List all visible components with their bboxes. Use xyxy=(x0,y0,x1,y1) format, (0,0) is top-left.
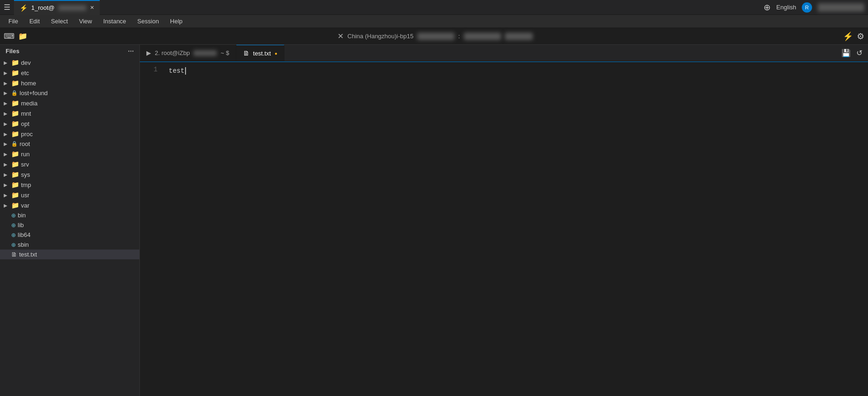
tree-item-label: opt xyxy=(21,120,29,127)
server-label: China (Hangzhou)i-bp15 xyxy=(347,33,413,40)
save-button[interactable]: 💾 xyxy=(840,48,853,58)
file-tree-item-var[interactable]: ▶📁var xyxy=(0,200,139,210)
avatar[interactable]: R xyxy=(802,2,812,13)
line-numbers: 1 xyxy=(140,62,163,396)
tree-item-label: media xyxy=(21,100,37,107)
folder-icon[interactable]: 📁 xyxy=(18,32,28,41)
file-tree-item-srv[interactable]: ▶📁srv xyxy=(0,159,139,169)
file-tree: ▶📁dev▶📁etc▶📁home▶🔒lost+found▶📁media▶📁mnt… xyxy=(0,57,139,396)
toolbar-right: ⚡ ⚙ xyxy=(843,31,864,42)
more-icon[interactable]: ⋯ xyxy=(128,48,134,55)
editor-content[interactable]: 1 test xyxy=(140,62,868,396)
folder-icon: 📁 xyxy=(11,130,19,138)
tree-item-label: mnt xyxy=(21,110,31,117)
file-tree-item-run[interactable]: ▶📁run xyxy=(0,149,139,159)
settings-icon[interactable]: ⚙ xyxy=(857,31,864,42)
tree-item-label: root xyxy=(20,140,30,147)
file-tree-item-lib[interactable]: ⊕lib xyxy=(0,220,139,230)
colon-sep: : xyxy=(458,33,460,40)
arrow-icon: ▶ xyxy=(4,90,9,96)
modified-dot: ● xyxy=(275,51,277,56)
tab-close-button[interactable]: ✕ xyxy=(90,5,94,11)
tree-item-label: tmp xyxy=(21,181,31,188)
folder-icon: 📁 xyxy=(11,171,19,178)
arrow-icon: ▶ xyxy=(4,203,9,208)
editor-toolbar-right: 💾 ↺ xyxy=(840,45,868,61)
tree-item-label: proc xyxy=(21,131,33,138)
lock-icon: 🔒 xyxy=(11,90,18,96)
file-tree-item-proc[interactable]: ▶📁proc xyxy=(0,129,139,139)
symlink-icon: ⊕ xyxy=(11,222,16,229)
file-tree-item-bin[interactable]: ⊕bin xyxy=(0,210,139,220)
file-tree-item-sys[interactable]: ▶📁sys xyxy=(0,169,139,180)
menu-item-instance[interactable]: Instance xyxy=(98,17,131,26)
folder-icon: 📁 xyxy=(11,191,19,199)
maximize-icon[interactable]: ⚡ xyxy=(843,31,853,42)
tree-item-label: lib xyxy=(18,222,24,229)
menu-item-file[interactable]: File xyxy=(4,17,23,26)
file-tree-item-test.txt[interactable]: 🗎test.txt xyxy=(0,250,139,259)
refresh-button[interactable]: ↺ xyxy=(854,48,864,58)
file-tree-item-sbin[interactable]: ⊕sbin xyxy=(0,240,139,250)
file-tree-item-dev[interactable]: ▶📁dev xyxy=(0,57,139,68)
symlink-icon: ⊕ xyxy=(11,242,16,248)
title-bar: ☰ ⚡ 1_root@ ✕ ⊕ English R xyxy=(0,0,868,15)
folder-icon: 📁 xyxy=(11,69,19,76)
menubar: FileEditSelectViewInstanceSessionHelp xyxy=(0,15,868,28)
new-tab-button[interactable]: ⊕ xyxy=(764,2,771,13)
arrow-icon: ▶ xyxy=(4,132,9,137)
file-tab[interactable]: 🗎 test.txt ● xyxy=(236,45,284,61)
folder-icon: 📁 xyxy=(11,160,19,168)
title-tab[interactable]: ⚡ 1_root@ ✕ xyxy=(14,0,100,15)
arrow-icon: ▶ xyxy=(4,60,9,65)
menu-toggle-icon[interactable]: ☰ xyxy=(4,3,10,12)
code-line-1: test xyxy=(169,66,862,76)
menu-item-select[interactable]: Select xyxy=(46,17,72,26)
folder-icon: 📁 xyxy=(11,110,19,117)
file-tree-item-usr[interactable]: ▶📁usr xyxy=(0,190,139,200)
folder-icon: 📁 xyxy=(11,181,19,188)
file-tree-item-tmp[interactable]: ▶📁tmp xyxy=(0,180,139,190)
sidebar-header: Files ⋯ xyxy=(0,45,139,57)
file-tree-item-opt[interactable]: ▶📁opt xyxy=(0,118,139,129)
tree-item-label: run xyxy=(21,151,30,158)
blurred-user xyxy=(505,33,533,40)
file-tree-item-media[interactable]: ▶📁media xyxy=(0,98,139,108)
file-tab-icon: 🗎 xyxy=(243,49,249,57)
arrow-icon: ▶ xyxy=(4,70,9,76)
toolbar-left: ⌨ 📁 xyxy=(4,32,28,41)
folder-icon: 📁 xyxy=(11,120,19,127)
menu-item-session[interactable]: Session xyxy=(133,17,164,26)
symlink-icon: ⊕ xyxy=(11,212,16,219)
symlink-icon: ⊕ xyxy=(11,232,16,238)
sidebar: Files ⋯ ▶📁dev▶📁etc▶📁home▶🔒lost+found▶📁me… xyxy=(0,45,140,396)
tree-item-label: sbin xyxy=(18,241,29,248)
code-area[interactable]: test xyxy=(163,62,868,396)
toolbar: ⌨ 📁 ✕ China (Hangzhou)i-bp15 : ⚡ ⚙ xyxy=(0,28,868,45)
file-tree-item-etc[interactable]: ▶📁etc xyxy=(0,68,139,78)
menu-item-help[interactable]: Help xyxy=(165,17,187,26)
tree-item-label: dev xyxy=(21,59,31,66)
terminal-icon[interactable]: ⌨ xyxy=(4,32,14,41)
arrow-icon: ▶ xyxy=(4,182,9,188)
tree-item-label: test.txt xyxy=(19,251,37,258)
arrow-icon: ▶ xyxy=(4,121,9,126)
file-tree-item-home[interactable]: ▶📁home xyxy=(0,78,139,88)
lock-icon: 🔒 xyxy=(11,141,18,147)
file-tree-item-root[interactable]: ▶🔒root xyxy=(0,139,139,149)
code-text: test xyxy=(169,67,185,75)
editor-tabs: ▶ 2. root@iZbp ~ $ 🗎 test.txt ● 💾 ↺ xyxy=(140,45,868,62)
file-tree-item-mnt[interactable]: ▶📁mnt xyxy=(0,108,139,118)
menu-item-edit[interactable]: Edit xyxy=(25,17,44,26)
tree-item-label: bin xyxy=(18,212,26,219)
line-number-1: 1 xyxy=(147,66,158,73)
arrow-icon: ▶ xyxy=(4,172,9,177)
menu-item-view[interactable]: View xyxy=(75,17,97,26)
language-label[interactable]: English xyxy=(776,4,796,11)
blurred-host xyxy=(417,33,455,40)
crosshair-icon: ✕ xyxy=(338,32,344,41)
terminal-tab[interactable]: ▶ 2. root@iZbp ~ $ xyxy=(140,45,236,61)
file-tree-item-lost+found[interactable]: ▶🔒lost+found xyxy=(0,88,139,98)
editor-area: ▶ 2. root@iZbp ~ $ 🗎 test.txt ● 💾 ↺ 1 te xyxy=(140,45,868,396)
file-tree-item-lib64[interactable]: ⊕lib64 xyxy=(0,230,139,240)
